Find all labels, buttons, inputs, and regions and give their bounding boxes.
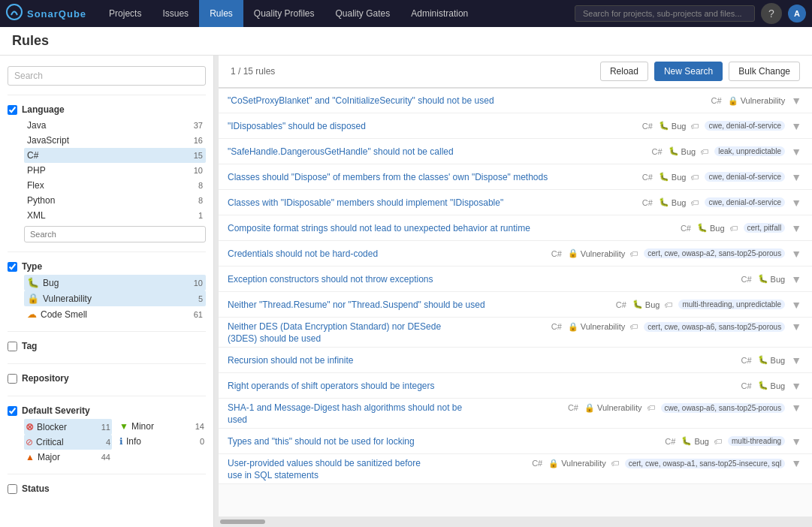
severity-minor[interactable]: ▼ Minor 14 — [118, 419, 206, 434]
rule-row[interactable]: Recursion should not be infinite C# 🐛 Bu… — [219, 348, 812, 373]
rule-filter-button[interactable]: ▼ — [789, 197, 803, 209]
severity-checkbox[interactable] — [8, 406, 17, 416]
new-search-button[interactable]: New Search — [654, 62, 723, 81]
rule-filter-button[interactable]: ▼ — [789, 146, 803, 158]
rule-row[interactable]: Types and "this" should not be used for … — [219, 429, 812, 454]
type-vulnerability[interactable]: 🔒 Vulnerability 5 — [24, 291, 206, 306]
repository-filter-header[interactable]: Repository — [8, 373, 206, 384]
language-label: Language — [22, 104, 65, 115]
rule-row[interactable]: Credentials should not be hard-coded C# … — [219, 241, 812, 267]
nav-administration[interactable]: Administration — [400, 0, 478, 27]
nav-projects[interactable]: Projects — [98, 0, 152, 27]
rule-type: 🔒 Vulnerability — [728, 96, 786, 106]
lang-flex[interactable]: Flex 8 — [24, 178, 206, 193]
rule-tag: cert, cwe, owasp-a1, sans-top25-insecure… — [625, 459, 785, 468]
tag-icon: 🏷 — [647, 403, 655, 412]
status-checkbox[interactable] — [8, 484, 17, 494]
rule-tag: cert, cwe, owasp-a6, sans-top25-porous — [644, 322, 785, 332]
rule-title-cont: (3DES) should be used — [228, 333, 803, 344]
rule-tag: cwe, denial-of-service — [705, 121, 785, 131]
rule-line-1: SHA-1 and Message-Digest hash algorithms… — [228, 402, 803, 414]
content-area: 1 / 15 rules Reload New Search Bulk Chan… — [219, 56, 812, 527]
rule-row[interactable]: "CoSetProxyBlanket" and "CoInitializeSec… — [219, 88, 812, 113]
rule-lang: C# — [551, 322, 562, 331]
rule-type: 🐛 Bug — [659, 121, 687, 131]
lang-filter-search-input[interactable] — [24, 226, 206, 242]
status-filter-header[interactable]: Status — [8, 483, 206, 494]
rule-row[interactable]: Exception constructors should not throw … — [219, 267, 812, 292]
tag-icon: 🏷 — [664, 300, 672, 309]
rule-row[interactable]: Classes with "IDisposable" members shoul… — [219, 190, 812, 215]
rule-filter-button[interactable]: ▼ — [789, 171, 803, 183]
rule-type: 🐛 Bug — [669, 146, 696, 156]
sidebar-search-input[interactable] — [8, 66, 206, 86]
rule-lang: C# — [741, 275, 752, 284]
rule-filter-button[interactable]: ▼ — [789, 248, 803, 260]
rule-type: 🐛 Bug — [697, 223, 725, 233]
sidebar-top-search — [0, 62, 213, 90]
rule-lang: C# — [741, 356, 752, 365]
severity-info[interactable]: ℹ Info 0 — [118, 434, 206, 449]
language-filter-header[interactable]: Language — [8, 104, 206, 115]
type-filter-header[interactable]: Type — [8, 261, 206, 272]
nav-issues[interactable]: Issues — [152, 0, 199, 27]
rule-filter-button[interactable]: ▼ — [789, 321, 803, 333]
rule-row[interactable]: Neither "Thread.Resume" nor "Thread.Susp… — [219, 292, 812, 318]
rule-filter-button[interactable]: ▼ — [789, 457, 803, 469]
language-checkbox[interactable] — [8, 105, 17, 115]
severity-filter-header[interactable]: Default Severity — [8, 405, 206, 416]
rule-lang: C# — [568, 403, 578, 412]
brand-logo[interactable]: SonarQube — [6, 4, 86, 24]
help-button[interactable]: ? — [761, 3, 782, 24]
rule-tag: cwe, owasp-a6, sans-top25-porous — [661, 403, 786, 413]
rule-filter-button[interactable]: ▼ — [789, 354, 803, 366]
rule-row[interactable]: User-provided values should be sanitized… — [219, 454, 812, 484]
rule-filter-button[interactable]: ▼ — [789, 222, 803, 234]
type-filter-section: Type 🐛 Bug 10 🔒 Vulnerability 5 ☁ Code S… — [0, 257, 213, 327]
lang-python[interactable]: Python 8 — [24, 193, 206, 208]
type-bug[interactable]: 🐛 Bug 10 — [24, 275, 206, 291]
severity-critical[interactable]: ⊘ Critical 4 — [24, 435, 112, 450]
rule-filter-button[interactable]: ▼ — [789, 273, 803, 285]
severity-major[interactable]: ▲ Major 44 — [24, 450, 112, 465]
language-items: Java 37 JavaScript 16 C# 15 PHP 10 Flex — [8, 118, 206, 242]
bug-icon: 🐛 — [659, 121, 669, 131]
tag-checkbox[interactable] — [8, 342, 17, 351]
rule-row[interactable]: Classes should "Dispose" of members from… — [219, 164, 812, 190]
rule-row[interactable]: Neither DES (Data Encryption Standard) n… — [219, 318, 812, 348]
code-smell-type-icon: ☁ — [27, 309, 37, 320]
horizontal-scrollbar[interactable] — [219, 516, 812, 527]
repository-filter-section: Repository — [0, 369, 213, 391]
lang-javascript[interactable]: JavaScript 16 — [24, 133, 206, 148]
severity-blocker[interactable]: ⊗ Blocker 11 — [24, 419, 112, 435]
nav-quality-gates[interactable]: Quality Gates — [325, 0, 401, 27]
vulnerability-icon: 🔒 — [568, 322, 578, 332]
rule-filter-button[interactable]: ▼ — [789, 299, 803, 311]
rule-row[interactable]: SHA-1 and Message-Digest hash algorithms… — [219, 399, 812, 429]
rule-row[interactable]: Right operands of shift operators should… — [219, 373, 812, 399]
type-checkbox[interactable] — [8, 262, 17, 272]
tag-filter-header[interactable]: Tag — [8, 341, 206, 351]
rule-filter-button[interactable]: ▼ — [789, 380, 803, 392]
rule-row[interactable]: "SafeHandle.DangerousGetHandle" should n… — [219, 139, 812, 164]
rule-filter-button[interactable]: ▼ — [789, 402, 803, 414]
rule-row[interactable]: Composite format strings should not lead… — [219, 215, 812, 241]
lang-php[interactable]: PHP 10 — [24, 163, 206, 178]
rule-row[interactable]: "IDisposables" should be disposed C# 🐛 B… — [219, 113, 812, 139]
type-code-smell[interactable]: ☁ Code Smell 61 — [24, 306, 206, 322]
nav-search-input[interactable] — [575, 5, 755, 22]
nav-quality-profiles[interactable]: Quality Profiles — [243, 0, 325, 27]
lang-xml[interactable]: XML 1 — [24, 208, 206, 223]
user-avatar[interactable]: A — [788, 5, 806, 23]
reload-button[interactable]: Reload — [600, 62, 648, 81]
rule-title: "IDisposables" should be disposed — [228, 121, 642, 131]
repository-checkbox[interactable] — [8, 374, 17, 384]
nav-rules[interactable]: Rules — [199, 0, 243, 27]
rule-filter-button[interactable]: ▼ — [789, 120, 803, 132]
rule-filter-button[interactable]: ▼ — [789, 95, 803, 107]
lang-java[interactable]: Java 37 — [24, 118, 206, 133]
lang-csharp[interactable]: C# 15 — [24, 148, 206, 163]
rule-filter-button[interactable]: ▼ — [789, 435, 803, 447]
bulk-change-button[interactable]: Bulk Change — [729, 62, 800, 81]
vulnerability-icon: 🔒 — [584, 403, 595, 413]
